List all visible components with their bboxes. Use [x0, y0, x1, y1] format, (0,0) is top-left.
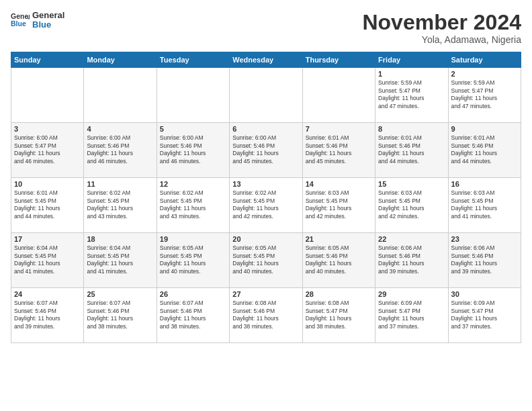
day-number: 18	[87, 235, 153, 243]
table-cell: 30Sunrise: 6:09 AM Sunset: 5:47 PM Dayli…	[448, 288, 521, 343]
header-wednesday: Wednesday	[230, 52, 302, 68]
day-info: Sunrise: 6:01 AM Sunset: 5:46 PM Dayligh…	[378, 134, 445, 165]
table-cell	[157, 68, 229, 123]
day-info: Sunrise: 6:02 AM Sunset: 5:45 PM Dayligh…	[160, 189, 226, 220]
table-cell: 29Sunrise: 6:09 AM Sunset: 5:47 PM Dayli…	[375, 288, 448, 343]
day-info: Sunrise: 6:07 AM Sunset: 5:46 PM Dayligh…	[160, 300, 226, 330]
table-cell: 7Sunrise: 6:01 AM Sunset: 5:46 PM Daylig…	[302, 123, 375, 178]
logo-general: General	[32, 10, 64, 20]
day-info: Sunrise: 6:04 AM Sunset: 5:45 PM Dayligh…	[14, 244, 81, 275]
logo-blue: Blue	[32, 19, 51, 30]
header-thursday: Thursday	[302, 52, 375, 68]
table-cell: 17Sunrise: 6:04 AM Sunset: 5:45 PM Dayli…	[11, 233, 84, 288]
table-cell: 27Sunrise: 6:08 AM Sunset: 5:46 PM Dayli…	[230, 288, 302, 343]
day-info: Sunrise: 6:09 AM Sunset: 5:47 PM Dayligh…	[451, 300, 518, 330]
day-info: Sunrise: 6:02 AM Sunset: 5:45 PM Dayligh…	[232, 189, 299, 220]
day-info: Sunrise: 6:08 AM Sunset: 5:47 PM Dayligh…	[306, 300, 372, 330]
day-number: 20	[232, 235, 299, 243]
day-info: Sunrise: 6:05 AM Sunset: 5:45 PM Dayligh…	[232, 244, 299, 275]
day-info: Sunrise: 6:00 AM Sunset: 5:46 PM Dayligh…	[160, 134, 226, 165]
table-cell: 16Sunrise: 6:03 AM Sunset: 5:45 PM Dayli…	[448, 178, 521, 233]
day-number: 29	[378, 290, 445, 298]
day-info: Sunrise: 6:06 AM Sunset: 5:46 PM Dayligh…	[451, 244, 518, 275]
day-number: 15	[378, 180, 445, 188]
logo-icon: General Blue	[11, 11, 30, 30]
day-number: 12	[160, 180, 226, 188]
day-info: Sunrise: 6:07 AM Sunset: 5:46 PM Dayligh…	[87, 300, 153, 330]
day-number: 27	[232, 290, 299, 298]
header-monday: Monday	[84, 52, 157, 68]
day-number: 24	[14, 290, 81, 298]
day-number: 1	[378, 70, 445, 78]
week-row-2: 3Sunrise: 6:00 AM Sunset: 5:47 PM Daylig…	[11, 123, 521, 178]
day-info: Sunrise: 6:05 AM Sunset: 5:46 PM Dayligh…	[306, 244, 372, 275]
table-cell: 4Sunrise: 6:00 AM Sunset: 5:46 PM Daylig…	[84, 123, 157, 178]
day-number: 21	[306, 235, 372, 243]
table-cell: 13Sunrise: 6:02 AM Sunset: 5:45 PM Dayli…	[230, 178, 302, 233]
location: Yola, Adamawa, Nigeria	[362, 34, 521, 45]
svg-text:Blue: Blue	[11, 19, 26, 28]
day-info: Sunrise: 5:59 AM Sunset: 5:47 PM Dayligh…	[451, 79, 518, 110]
table-cell	[302, 68, 375, 123]
day-number: 5	[160, 125, 226, 133]
table-cell: 22Sunrise: 6:06 AM Sunset: 5:46 PM Dayli…	[375, 233, 448, 288]
header-tuesday: Tuesday	[157, 52, 229, 68]
table-cell: 26Sunrise: 6:07 AM Sunset: 5:46 PM Dayli…	[157, 288, 229, 343]
header-saturday: Saturday	[448, 52, 521, 68]
table-cell: 6Sunrise: 6:00 AM Sunset: 5:46 PM Daylig…	[230, 123, 302, 178]
table-cell	[11, 68, 84, 123]
table-cell: 8Sunrise: 6:01 AM Sunset: 5:46 PM Daylig…	[375, 123, 448, 178]
title-block: November 2024 Yola, Adamawa, Nigeria	[362, 11, 521, 45]
day-info: Sunrise: 6:00 AM Sunset: 5:46 PM Dayligh…	[87, 134, 153, 165]
table-cell: 11Sunrise: 6:02 AM Sunset: 5:45 PM Dayli…	[84, 178, 157, 233]
week-row-1: 1Sunrise: 5:59 AM Sunset: 5:47 PM Daylig…	[11, 68, 521, 123]
day-number: 22	[378, 235, 445, 243]
table-cell	[230, 68, 302, 123]
calendar-header-row: Sunday Monday Tuesday Wednesday Thursday…	[11, 52, 521, 68]
day-number: 17	[14, 235, 81, 243]
week-row-4: 17Sunrise: 6:04 AM Sunset: 5:45 PM Dayli…	[11, 233, 521, 288]
table-cell: 20Sunrise: 6:05 AM Sunset: 5:45 PM Dayli…	[230, 233, 302, 288]
table-cell	[84, 68, 157, 123]
table-cell: 14Sunrise: 6:03 AM Sunset: 5:45 PM Dayli…	[302, 178, 375, 233]
table-cell: 24Sunrise: 6:07 AM Sunset: 5:46 PM Dayli…	[11, 288, 84, 343]
day-number: 28	[306, 290, 372, 298]
table-cell: 12Sunrise: 6:02 AM Sunset: 5:45 PM Dayli…	[157, 178, 229, 233]
day-number: 11	[87, 180, 153, 188]
day-number: 30	[451, 290, 518, 298]
calendar: Sunday Monday Tuesday Wednesday Thursday…	[11, 52, 521, 343]
day-info: Sunrise: 6:04 AM Sunset: 5:45 PM Dayligh…	[87, 244, 153, 275]
day-number: 16	[451, 180, 518, 188]
day-info: Sunrise: 6:01 AM Sunset: 5:45 PM Dayligh…	[14, 189, 81, 220]
day-info: Sunrise: 6:01 AM Sunset: 5:46 PM Dayligh…	[306, 134, 372, 165]
table-cell: 21Sunrise: 6:05 AM Sunset: 5:46 PM Dayli…	[302, 233, 375, 288]
table-cell: 9Sunrise: 6:01 AM Sunset: 5:46 PM Daylig…	[448, 123, 521, 178]
day-info: Sunrise: 6:02 AM Sunset: 5:45 PM Dayligh…	[87, 189, 153, 220]
day-number: 10	[14, 180, 81, 188]
day-number: 14	[306, 180, 372, 188]
day-number: 25	[87, 290, 153, 298]
page: General Blue General Blue November 2024 …	[0, 0, 532, 411]
week-row-5: 24Sunrise: 6:07 AM Sunset: 5:46 PM Dayli…	[11, 288, 521, 343]
day-info: Sunrise: 6:09 AM Sunset: 5:47 PM Dayligh…	[378, 300, 445, 330]
day-number: 8	[378, 125, 445, 133]
day-number: 3	[14, 125, 81, 133]
table-cell: 28Sunrise: 6:08 AM Sunset: 5:47 PM Dayli…	[302, 288, 375, 343]
day-info: Sunrise: 6:00 AM Sunset: 5:47 PM Dayligh…	[14, 134, 81, 165]
header-friday: Friday	[375, 52, 448, 68]
day-info: Sunrise: 6:00 AM Sunset: 5:46 PM Dayligh…	[232, 134, 299, 165]
day-info: Sunrise: 6:08 AM Sunset: 5:46 PM Dayligh…	[232, 300, 299, 330]
day-number: 13	[232, 180, 299, 188]
day-number: 4	[87, 125, 153, 133]
table-cell: 5Sunrise: 6:00 AM Sunset: 5:46 PM Daylig…	[157, 123, 229, 178]
day-info: Sunrise: 5:59 AM Sunset: 5:47 PM Dayligh…	[378, 79, 445, 110]
table-cell: 1Sunrise: 5:59 AM Sunset: 5:47 PM Daylig…	[375, 68, 448, 123]
day-info: Sunrise: 6:03 AM Sunset: 5:45 PM Dayligh…	[378, 189, 445, 220]
day-info: Sunrise: 6:03 AM Sunset: 5:45 PM Dayligh…	[306, 189, 372, 220]
day-info: Sunrise: 6:03 AM Sunset: 5:45 PM Dayligh…	[451, 189, 518, 220]
day-info: Sunrise: 6:06 AM Sunset: 5:46 PM Dayligh…	[378, 244, 445, 275]
table-cell: 10Sunrise: 6:01 AM Sunset: 5:45 PM Dayli…	[11, 178, 84, 233]
table-cell: 19Sunrise: 6:05 AM Sunset: 5:45 PM Dayli…	[157, 233, 229, 288]
day-number: 2	[451, 70, 518, 78]
day-number: 23	[451, 235, 518, 243]
